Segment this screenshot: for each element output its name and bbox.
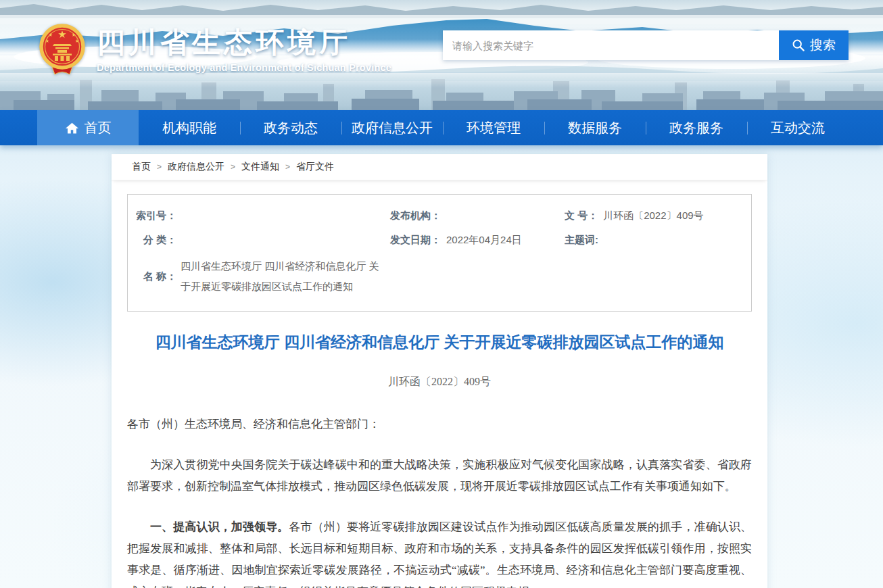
nav-item-interaction[interactable]: 互动交流 [747, 110, 849, 145]
national-emblem-logo: ★ ★ ★ ★ ★ [37, 23, 88, 77]
document-meta-table: 索引号： 发布机构： 文 号： 川环函〔2022〕409号 分 类： 发文日期：… [127, 194, 752, 312]
breadcrumb-link-home[interactable]: 首页 [132, 161, 151, 173]
svg-text:★: ★ [45, 39, 49, 44]
meta-keywords: 主题词: [565, 228, 751, 252]
meta-category: 分 类： [128, 228, 390, 252]
breadcrumb-link-gov-info[interactable]: 政府信息公开 [168, 161, 224, 173]
main-navigation: 首页 机构职能 政务动态 政府信息公开 环境管理 数据服务 政务服务 互动交流 [0, 110, 883, 145]
breadcrumb-link-notices[interactable]: 文件通知 [241, 161, 279, 173]
meta-label: 发布机构： [390, 207, 441, 224]
nav-item-label: 政府信息公开 [352, 119, 433, 137]
nav-item-home[interactable]: 首页 [37, 110, 139, 145]
meta-label: 名 称： [128, 268, 176, 285]
magnifier-icon [792, 39, 805, 52]
document-number-line: 川环函〔2022〕409号 [127, 375, 752, 389]
breadcrumb-separator: > [157, 162, 162, 172]
site-banner: ★ ★ ★ ★ ★ 四川省生态环境厅 Department of Ecology… [0, 0, 883, 110]
meta-document-number: 文 号： 川环函〔2022〕409号 [565, 203, 751, 228]
nav-item-label: 首页 [85, 119, 112, 137]
nav-item-gov-info-disclosure[interactable]: 政府信息公开 [341, 110, 443, 145]
search-button[interactable]: 搜索 [779, 30, 849, 60]
content-container: 首页 > 政府信息公开 > 文件通知 > 省厅文件 索引号： 发布机构： 文 号… [112, 154, 767, 588]
meta-issuing-agency: 发布机构： [390, 203, 565, 228]
search-button-label: 搜索 [810, 36, 836, 54]
salutation-paragraph: 各市（州）生态环境局、经济和信息化主管部门： [127, 414, 752, 435]
meta-index-number: 索引号： [128, 203, 390, 228]
nav-item-org-functions[interactable]: 机构职能 [139, 110, 240, 145]
meta-label: 发文日期： [390, 232, 441, 248]
search-input[interactable] [443, 30, 779, 60]
document-body: 各市（州）生态环境局、经济和信息化主管部门： 为深入贯彻党中央国务院关于碳达峰碳… [127, 414, 752, 588]
breadcrumb-link-dept-documents[interactable]: 省厅文件 [296, 161, 334, 173]
nav-item-label: 机构职能 [162, 119, 216, 137]
search-bar: 搜索 [443, 30, 849, 60]
intro-paragraph: 为深入贯彻党中央国务院关于碳达峰碳中和的重大战略决策，实施积极应对气候变化国家战… [127, 454, 752, 497]
meta-issue-date: 发文日期： 2022年04月24日 [390, 228, 565, 252]
nav-item-env-management[interactable]: 环境管理 [443, 110, 544, 145]
meta-label: 主题词: [565, 232, 598, 248]
nav-item-label: 环境管理 [467, 119, 521, 137]
nav-item-label: 数据服务 [568, 119, 622, 137]
meta-value: 川环函〔2022〕409号 [603, 207, 703, 224]
breadcrumb: 首页 > 政府信息公开 > 文件通知 > 省厅文件 [112, 154, 767, 180]
nav-item-gov-news[interactable]: 政务动态 [240, 110, 341, 145]
site-subtitle-en: Department of Ecology and Environment of… [97, 62, 391, 73]
section-1-heading: 一、提高认识，加强领导。 [150, 520, 289, 533]
breadcrumb-separator: > [231, 162, 235, 172]
meta-label: 索引号： [128, 207, 176, 224]
svg-text:★: ★ [75, 39, 79, 44]
site-title: 四川省生态环境厅 [97, 27, 391, 58]
nav-item-gov-services[interactable]: 政务服务 [646, 110, 747, 145]
document-article: 四川省生态环境厅 四川省经济和信息化厅 关于开展近零碳排放园区试点工作的通知 川… [112, 330, 767, 588]
nav-item-data-services[interactable]: 数据服务 [544, 110, 646, 145]
svg-text:★: ★ [72, 32, 76, 38]
nav-item-label: 政务动态 [264, 119, 318, 137]
document-title: 四川省生态环境厅 四川省经济和信息化厅 关于开展近零碳排放园区试点工作的通知 [127, 330, 752, 353]
meta-value: 四川省生态环境厅 四川省经济和信息化厅 关于开展近零碳排放园区试点工作的通知 [181, 256, 387, 297]
meta-document-name: 名 称： 四川省生态环境厅 四川省经济和信息化厅 关于开展近零碳排放园区试点工作… [128, 252, 390, 301]
meta-label: 文 号： [565, 207, 598, 224]
svg-text:★: ★ [49, 32, 53, 38]
svg-text:★: ★ [57, 28, 66, 41]
meta-value: 2022年04月24日 [446, 232, 522, 248]
nav-item-label: 互动交流 [771, 119, 825, 137]
breadcrumb-separator: > [285, 162, 290, 172]
site-logo-block[interactable]: ★ ★ ★ ★ ★ 四川省生态环境厅 Department of Ecology… [37, 23, 391, 77]
nav-item-label: 政务服务 [669, 119, 723, 137]
meta-label: 分 类： [128, 232, 176, 248]
home-icon [65, 121, 79, 135]
section-1-paragraph: 一、提高认识，加强领导。各市（州）要将近零碳排放园区建设试点作为推动园区低碳高质… [127, 516, 752, 588]
